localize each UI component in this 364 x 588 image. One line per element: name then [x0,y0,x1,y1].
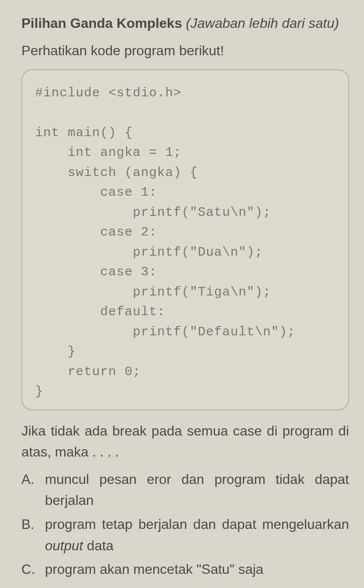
option-letter: A. [21,469,45,511]
section-heading: Pilihan Ganda Kompleks (Jawaban lebih da… [21,13,349,33]
heading-italic: (Jawaban lebih dari satu) [186,15,339,31]
option-b: B. program tetap berjalan dan dapat meng… [21,514,349,556]
code-content: #include <stdio.h> int main() { int angk… [35,83,337,402]
instruction-text: Perhatikan kode program berikut! [21,42,349,60]
question-text: Jika tidak ada break pada semua case di … [21,421,349,463]
option-text: muncul pesan eror dan program tidak dapa… [45,469,349,511]
options-list: A. muncul pesan eror dan program tidak d… [21,469,349,580]
heading-bold: Pilihan Ganda Kompleks [21,15,182,31]
option-a: A. muncul pesan eror dan program tidak d… [21,469,349,511]
code-box: #include <stdio.h> int main() { int angk… [21,69,349,410]
option-c: C. program akan mencetak "Satu" saja [21,559,349,580]
option-text: program akan mencetak "Satu" saja [45,559,349,580]
option-letter: B. [21,514,45,556]
option-text: program tetap berjalan dan dapat mengelu… [45,514,349,556]
option-letter: C. [21,559,45,580]
